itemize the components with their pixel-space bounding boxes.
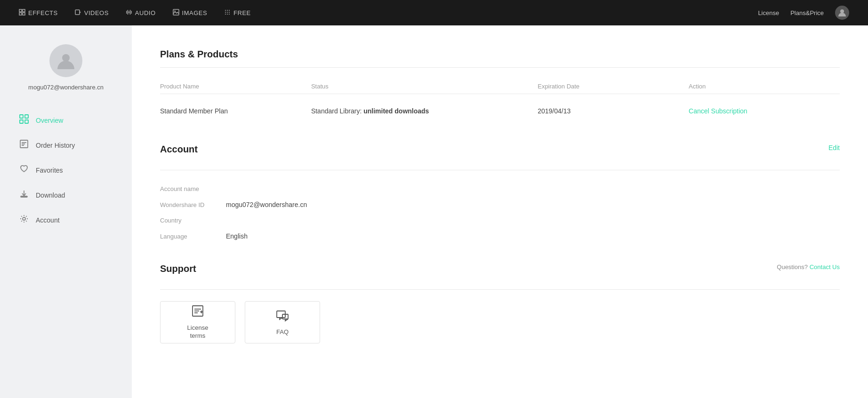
sidebar-download-label: Download xyxy=(36,191,65,199)
field-account-name: Account name xyxy=(160,185,840,192)
col-product-name: Product Name xyxy=(160,83,311,90)
nav-videos[interactable]: VIDEOS xyxy=(75,9,109,17)
language-label: Language xyxy=(160,233,226,240)
field-country: Country xyxy=(160,217,840,224)
svg-point-19 xyxy=(225,14,226,15)
sidebar-favorites-label: Favorites xyxy=(36,167,63,174)
nav-free-label: FREE xyxy=(233,9,251,16)
plans-products-section: Plans & Products Product Name Status Exp… xyxy=(160,49,840,120)
nav-effects[interactable]: EFFECTS xyxy=(19,9,58,17)
wondershare-id-value: mogu072@wondershare.cn xyxy=(226,201,307,208)
svg-point-34 xyxy=(23,217,25,220)
support-cards: Licenseterms FAQ xyxy=(160,301,840,343)
account-header: Account Edit xyxy=(160,144,840,162)
svg-point-21 xyxy=(229,14,230,15)
wondershare-id-label: Wondershare ID xyxy=(160,201,226,208)
svg-point-22 xyxy=(840,9,844,13)
license-terms-icon xyxy=(191,304,204,320)
svg-rect-1 xyxy=(23,9,25,12)
svg-point-14 xyxy=(227,10,228,11)
sidebar-order-history-label: Order History xyxy=(36,142,75,149)
nav-images[interactable]: IMAGES xyxy=(173,9,208,17)
svg-rect-27 xyxy=(25,120,28,123)
faq-card[interactable]: FAQ xyxy=(245,301,320,343)
sidebar-item-account[interactable]: Account xyxy=(0,207,132,232)
license-terms-card[interactable]: Licenseterms xyxy=(160,301,235,343)
svg-rect-25 xyxy=(25,115,28,118)
free-icon xyxy=(224,9,231,17)
audio-icon xyxy=(126,9,132,17)
overview-icon xyxy=(19,114,29,126)
language-value: English xyxy=(226,232,248,240)
main-content: Plans & Products Product Name Status Exp… xyxy=(132,25,868,398)
cancel-subscription-link[interactable]: Cancel Subscription xyxy=(689,107,747,115)
sidebar-item-favorites[interactable]: Favorites xyxy=(0,158,132,183)
country-label: Country xyxy=(160,217,226,224)
svg-marker-5 xyxy=(80,11,81,13)
plans-divider xyxy=(160,67,840,68)
sidebar-navigation: Overview Order History xyxy=(0,108,132,232)
row-expiration-date: 2019/04/13 xyxy=(538,107,689,115)
edit-link[interactable]: Edit xyxy=(828,144,840,151)
svg-rect-4 xyxy=(75,10,80,15)
svg-point-15 xyxy=(229,10,230,11)
contact-us-link[interactable]: Contact Us xyxy=(810,263,840,271)
faq-label: FAQ xyxy=(276,328,289,336)
row-action: Cancel Subscription xyxy=(689,107,840,115)
account-name-label: Account name xyxy=(160,185,226,192)
svg-rect-2 xyxy=(19,13,22,15)
svg-rect-26 xyxy=(20,120,23,123)
support-header: Support Questions? Contact Us xyxy=(160,263,840,282)
questions-text: Questions? Contact Us xyxy=(777,263,840,271)
nav-free[interactable]: FREE xyxy=(224,9,251,17)
svg-rect-3 xyxy=(23,13,25,15)
svg-rect-33 xyxy=(21,196,27,197)
images-icon xyxy=(173,9,179,17)
svg-point-13 xyxy=(225,10,226,11)
nav-effects-label: EFFECTS xyxy=(28,9,58,16)
account-section: Account Edit Account name Wondershare ID… xyxy=(160,144,840,240)
license-terms-label: Licenseterms xyxy=(187,324,209,340)
plans-title: Plans & Products xyxy=(160,49,840,60)
status-bold: unlimited downloads xyxy=(363,107,429,115)
sidebar-email: mogu072@wondershare.cn xyxy=(28,84,104,91)
svg-point-17 xyxy=(227,12,228,13)
sidebar-avatar xyxy=(49,44,82,77)
field-wondershare-id: Wondershare ID mogu072@wondershare.cn xyxy=(160,201,840,208)
col-status: Status xyxy=(311,83,538,90)
faq-icon xyxy=(276,309,289,325)
plans-price-link[interactable]: Plans&Price xyxy=(790,9,824,16)
account-fields: Account name Wondershare ID mogu072@wond… xyxy=(160,182,840,240)
svg-point-16 xyxy=(225,12,226,13)
nav-links: EFFECTS VIDEOS AUDIO xyxy=(19,9,251,17)
effects-icon xyxy=(19,9,25,17)
support-title: Support xyxy=(160,263,196,274)
status-prefix: Standard Library: xyxy=(311,107,363,115)
account-divider xyxy=(160,170,840,170)
nav-right: License Plans&Price xyxy=(758,6,849,20)
field-language: Language English xyxy=(160,232,840,240)
nav-images-label: IMAGES xyxy=(182,9,208,16)
svg-point-23 xyxy=(62,54,70,62)
nav-audio[interactable]: AUDIO xyxy=(126,9,156,17)
col-expiration-date: Expiration Date xyxy=(538,83,689,90)
license-link[interactable]: License xyxy=(758,9,779,16)
page-layout: mogu072@wondershare.cn Overview xyxy=(0,25,868,398)
nav-videos-label: VIDEOS xyxy=(84,9,109,16)
sidebar-item-overview[interactable]: Overview xyxy=(0,108,132,133)
top-navigation: EFFECTS VIDEOS AUDIO xyxy=(0,0,868,25)
support-divider xyxy=(160,289,840,290)
sidebar-overview-label: Overview xyxy=(36,117,63,124)
sidebar-item-download[interactable]: Download xyxy=(0,183,132,207)
user-avatar[interactable] xyxy=(835,6,849,20)
sidebar-item-order-history[interactable]: Order History xyxy=(0,133,132,158)
support-section: Support Questions? Contact Us xyxy=(160,263,840,343)
col-action: Action xyxy=(689,83,840,90)
nav-audio-label: AUDIO xyxy=(135,9,156,16)
svg-rect-0 xyxy=(19,9,22,12)
svg-point-18 xyxy=(229,12,230,13)
table-row: Standard Member Plan Standard Library: u… xyxy=(160,102,840,120)
sidebar: mogu072@wondershare.cn Overview xyxy=(0,25,132,398)
svg-rect-24 xyxy=(20,115,23,118)
row-status: Standard Library: unlimited downloads xyxy=(311,107,538,115)
